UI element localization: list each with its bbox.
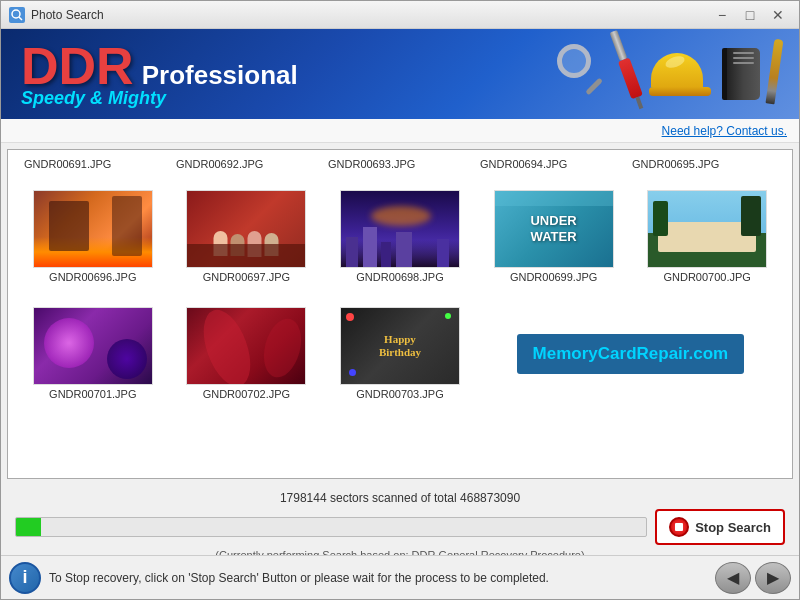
progress-text: 1798144 sectors scanned of total 4688730…: [15, 491, 785, 505]
photo-name-698: GNDR00698.JPG: [356, 271, 443, 283]
helmet-icon: [647, 47, 712, 102]
status-text: To Stop recovery, click on 'Stop Search'…: [49, 571, 707, 585]
status-bar: i To Stop recovery, click on 'Stop Searc…: [1, 555, 799, 599]
svg-line-1: [19, 17, 22, 20]
photo-name-693: GNDR00693.JPG: [324, 154, 476, 174]
banner-tools: [557, 39, 779, 109]
book-icon: [722, 48, 760, 100]
photo-row-2: GNDR00696.JPG GNDR00697.JPG: [8, 178, 792, 295]
photo-item-697[interactable]: GNDR00697.JPG: [170, 186, 324, 287]
app-icon: [9, 7, 25, 23]
photo-name-696: GNDR00696.JPG: [49, 271, 136, 283]
photo-row-1-names: GNDR00691.JPG GNDR00692.JPG GNDR00693.JP…: [8, 150, 792, 178]
photo-item-703[interactable]: HappyBirthday GNDR00703.JPG: [323, 303, 477, 404]
progress-bar-fill: [16, 518, 41, 536]
stop-icon: [669, 517, 689, 537]
nav-buttons: ◀ ▶: [715, 562, 791, 594]
photo-name-692: GNDR00692.JPG: [172, 154, 324, 174]
window-title: Photo Search: [31, 8, 104, 22]
photo-item-701[interactable]: GNDR00701.JPG: [16, 303, 170, 404]
app-window: Photo Search − □ ✕ DDR Professional Spee…: [0, 0, 800, 600]
minimize-button[interactable]: −: [709, 5, 735, 25]
progress-bar-background: [15, 517, 647, 537]
svg-point-0: [12, 10, 20, 18]
help-link[interactable]: Need help? Contact us.: [662, 124, 787, 138]
titlebar: Photo Search − □ ✕: [1, 1, 799, 29]
photo-rows: GNDR00691.JPG GNDR00692.JPG GNDR00693.JP…: [8, 150, 792, 412]
banner: DDR Professional Speedy & Mighty: [1, 29, 799, 119]
stop-search-button[interactable]: Stop Search: [655, 509, 785, 545]
tagline: Speedy & Mighty: [21, 88, 298, 109]
window-controls: − □ ✕: [709, 5, 791, 25]
photo-name-694: GNDR00694.JPG: [476, 154, 628, 174]
banner-text: DDR Professional Speedy & Mighty: [21, 40, 298, 109]
photo-name-703: GNDR00703.JPG: [356, 388, 443, 400]
photo-name-700: GNDR00700.JPG: [663, 271, 750, 283]
stop-button-label: Stop Search: [695, 520, 771, 535]
close-button[interactable]: ✕: [765, 5, 791, 25]
screwdriver-icon: [604, 29, 650, 110]
photo-item-698[interactable]: GNDR00698.JPG: [323, 186, 477, 287]
photo-item-696[interactable]: GNDR00696.JPG: [16, 186, 170, 287]
photo-item-700[interactable]: GNDR00700.JPG: [630, 186, 784, 287]
professional-label: Professional: [142, 60, 298, 91]
magnifier-icon: [557, 44, 607, 104]
photo-grid-container: GNDR00691.JPG GNDR00692.JPG GNDR00693.JP…: [7, 149, 793, 479]
subheader: Need help? Contact us.: [1, 119, 799, 143]
photo-name-701: GNDR00701.JPG: [49, 388, 136, 400]
back-button[interactable]: ◀: [715, 562, 751, 594]
pen-icon: [766, 39, 784, 105]
info-symbol: i: [22, 567, 27, 588]
photo-item-702[interactable]: GNDR00702.JPG: [170, 303, 324, 404]
watermark-text: MemoryCardRepair.com: [517, 334, 745, 374]
photo-name-702: GNDR00702.JPG: [203, 388, 290, 400]
photo-name-691: GNDR00691.JPG: [20, 154, 172, 174]
photo-name-697: GNDR00697.JPG: [203, 271, 290, 283]
photo-name-699: GNDR00699.JPG: [510, 271, 597, 283]
info-icon: i: [9, 562, 41, 594]
photo-item-699[interactable]: UNDERWATER GNDR00699.JPG: [477, 186, 631, 287]
titlebar-left: Photo Search: [9, 7, 104, 23]
photo-row-3: GNDR00701.JPG GNDR00702.JPG HappyBirthda…: [8, 295, 792, 412]
watermark-cell: MemoryCardRepair.com: [477, 303, 784, 404]
photo-name-695: GNDR00695.JPG: [628, 154, 780, 174]
stop-icon-inner: [675, 523, 683, 531]
ddr-logo: DDR: [21, 40, 134, 92]
progress-bar-container: Stop Search: [15, 509, 785, 545]
forward-button[interactable]: ▶: [755, 562, 791, 594]
maximize-button[interactable]: □: [737, 5, 763, 25]
